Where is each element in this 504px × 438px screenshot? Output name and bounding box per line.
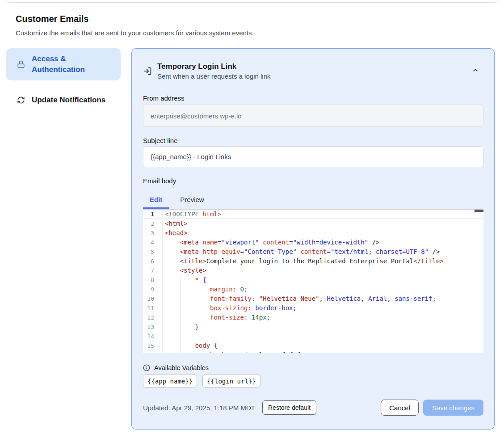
code-text: <title>Complete your login to the Replic… (163, 257, 444, 266)
code-line[interactable]: 10font-family: "Helvetica Neue", Helveti… (143, 294, 483, 303)
code-line[interactable]: 9margin: 0; (143, 285, 483, 294)
page-title: Customer Emails (16, 13, 488, 24)
previous-card-bottom-edge (4, 0, 500, 3)
code-text: } (163, 322, 199, 332)
from-address-label: From address (143, 93, 483, 103)
line-number: 12 (143, 313, 163, 322)
info-icon (143, 364, 150, 371)
line-number: 8 (143, 275, 163, 285)
line-number: 16 (143, 350, 163, 353)
code-line[interactable]: 12font-size: 14px; (143, 313, 483, 322)
updated-timestamp: Updated: Apr 29, 2025, 1:18 PM MDT (143, 404, 255, 412)
code-line[interactable]: 13} (143, 322, 483, 332)
save-changes-button[interactable]: Save changes (423, 400, 483, 416)
chevron-up-icon (472, 68, 479, 75)
code-line[interactable]: 4<meta name="viewport" content="width=de… (143, 238, 483, 247)
code-text: font-size: 14px; (163, 313, 270, 322)
lock-icon (17, 60, 25, 68)
code-line[interactable]: 6<title>Complete your login to the Repli… (143, 257, 483, 266)
code-line[interactable]: 14 (143, 332, 483, 341)
available-variables-label: Available Variables (154, 364, 209, 371)
code-text: background-color: #f6f6f6; (163, 350, 308, 353)
page-subtitle: Customize the emails that are sent to yo… (16, 29, 488, 38)
line-number: 7 (143, 266, 163, 275)
line-number: 9 (143, 285, 163, 294)
code-text: <!DOCTYPE html> (163, 210, 221, 219)
restore-default-button[interactable]: Restore default (262, 400, 316, 415)
code-line[interactable]: 1<!DOCTYPE html> (143, 210, 483, 219)
code-text (163, 332, 195, 341)
code-text: <head> (163, 228, 188, 238)
refresh-icon (17, 96, 25, 104)
from-address-field[interactable] (143, 105, 483, 127)
code-text: <style> (163, 266, 206, 275)
sidebar-item-label: Access & Authentication (32, 54, 114, 75)
line-number: 5 (143, 247, 163, 257)
line-number: 14 (143, 332, 163, 341)
code-line[interactable]: 11box-sizing: border-box; (143, 303, 483, 313)
code-line[interactable]: 15body { (143, 341, 483, 350)
tab-preview[interactable]: Preview (173, 194, 210, 209)
code-text: <meta name="viewport" content="width=dev… (163, 238, 380, 247)
panel-title: Temporary Login Link (157, 61, 270, 72)
sidebar: Access & AuthenticationUpdate Notificati… (6, 48, 121, 111)
code-text: * { (163, 275, 206, 285)
page-header: Customer Emails Customize the emails tha… (0, 0, 504, 38)
panel-header: Temporary Login Link Sent when a user re… (143, 61, 483, 81)
editor-scrollbar-track[interactable] (477, 210, 477, 353)
collapse-button[interactable] (472, 67, 479, 75)
login-icon (143, 67, 152, 77)
code-line[interactable]: 3<head> (143, 228, 483, 238)
line-number: 2 (143, 219, 163, 228)
subject-line-label: Subject line (143, 136, 483, 145)
code-line[interactable]: 8* { (143, 275, 483, 285)
sidebar-item-access-authentication[interactable]: Access & Authentication (6, 48, 121, 80)
sidebar-item-label: Update Notifications (32, 95, 105, 105)
variable-chip[interactable]: {{login_url}} (202, 375, 260, 387)
tab-edit[interactable]: Edit (143, 194, 169, 209)
panel-subtitle: Sent when a user requests a login link (157, 72, 270, 81)
line-number: 3 (143, 228, 163, 238)
cancel-button[interactable]: Cancel (381, 400, 419, 416)
panel-footer: Updated: Apr 29, 2025, 1:18 PM MDT Resto… (143, 400, 483, 416)
layout: Access & AuthenticationUpdate Notificati… (0, 48, 504, 430)
line-number: 13 (143, 322, 163, 332)
variable-chips: {{app_name}}{{login_url}} (143, 375, 483, 387)
code-line[interactable]: 7<style> (143, 266, 483, 275)
editor-scrollbar-thumb[interactable] (475, 210, 483, 212)
code-text: margin: 0; (163, 285, 248, 294)
sidebar-item-update-notifications[interactable]: Update Notifications (6, 89, 121, 111)
code-text: <html> (163, 219, 188, 228)
line-number: 10 (143, 294, 163, 303)
line-number: 11 (143, 303, 163, 313)
line-number: 4 (143, 238, 163, 247)
code-editor[interactable]: 1<!DOCTYPE html>2<html>3<head>4<meta nam… (143, 209, 483, 353)
code-line[interactable]: 5<meta http-equiv="Content-Type" content… (143, 247, 483, 257)
code-text: box-sizing: border-box; (163, 303, 297, 313)
code-text: body { (163, 341, 218, 350)
email-settings-panel: Temporary Login Link Sent when a user re… (131, 48, 495, 430)
line-number: 15 (143, 341, 163, 350)
line-number: 1 (143, 210, 163, 219)
subject-line-field[interactable] (143, 146, 483, 167)
line-number: 6 (143, 257, 163, 266)
variable-chip[interactable]: {{app_name}} (143, 375, 197, 387)
email-body-label: Email body (143, 176, 483, 185)
code-line[interactable]: 16background-color: #f6f6f6; (143, 350, 483, 353)
available-variables-row: Available Variables (143, 364, 483, 371)
code-text: font-family: "Helvetica Neue", Helvetica… (163, 294, 436, 303)
code-text: <meta http-equiv="Content-Type" content=… (163, 247, 440, 257)
editor-tabs: EditPreview (143, 194, 483, 209)
code-line[interactable]: 2<html> (143, 219, 483, 228)
